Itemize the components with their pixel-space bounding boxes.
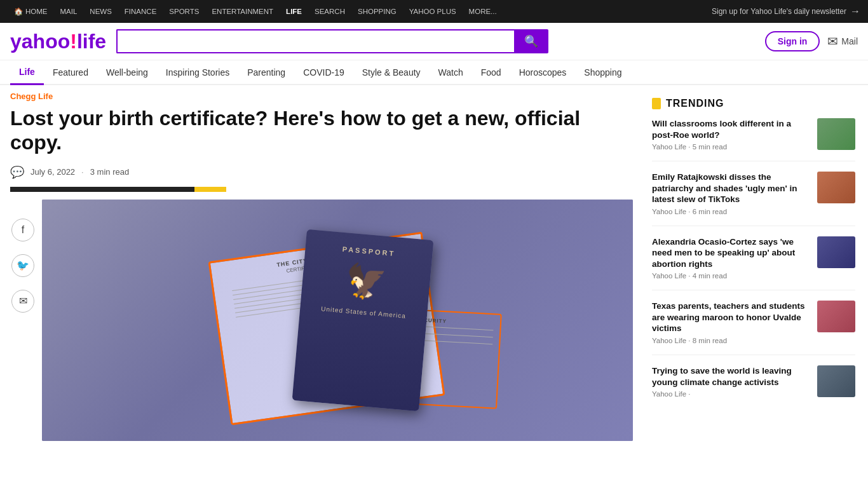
article-meta: 💬 July 6, 2022 · 3 min read xyxy=(10,165,633,179)
passport-graphic: THE CITY OF NEW YORK CERTIFICATION OF BI… xyxy=(42,200,633,441)
secondary-nav-style-beauty[interactable]: Style & Beauty xyxy=(353,61,430,84)
passport-label: PASSPORT xyxy=(342,245,395,257)
top-nav-sports[interactable]: SPORTS xyxy=(163,0,205,23)
passport-country: United States of America xyxy=(321,305,407,320)
trending-item-title[interactable]: Will classrooms look different in a post… xyxy=(652,118,811,140)
passport-eagle-icon: 🦅 xyxy=(344,261,388,302)
trending-item-title[interactable]: Texas parents, teachers and students are… xyxy=(652,301,811,334)
top-nav-mail[interactable]: MAIL xyxy=(54,0,84,23)
right-sidebar: TRENDING Will classrooms look different … xyxy=(652,92,855,441)
top-nav-home[interactable]: 🏠 HOME xyxy=(8,0,54,23)
sign-in-button[interactable]: Sign in xyxy=(765,31,820,51)
secondary-nav-shopping[interactable]: Shopping xyxy=(575,61,630,84)
article-title: Lost your birth certificate? Here's how … xyxy=(10,106,582,155)
secondary-nav-parenting[interactable]: Parenting xyxy=(238,61,294,84)
secondary-nav-inspiring-stories[interactable]: Inspiring Stories xyxy=(157,61,238,84)
top-nav-finance[interactable]: FINANCE xyxy=(118,0,163,23)
meta-separator: · xyxy=(81,167,84,177)
trending-item: Trying to save the world is leaving youn… xyxy=(652,365,855,408)
search-bar: 🔍 xyxy=(116,29,548,53)
secondary-nav-life[interactable]: Life xyxy=(10,60,44,85)
trending-text: Alexandria Ocasio-Cortez says 'we need m… xyxy=(652,236,811,280)
trending-icon xyxy=(652,98,661,109)
ad-black-bar xyxy=(10,187,194,192)
ad-banner xyxy=(10,187,633,192)
secondary-nav-watch[interactable]: Watch xyxy=(430,61,472,84)
top-nav-search[interactable]: SEARCH xyxy=(308,0,351,23)
comment-icon[interactable]: 💬 xyxy=(10,165,24,179)
trending-item-title[interactable]: Alexandria Ocasio-Cortez says 'we need m… xyxy=(652,236,811,270)
top-nav-more[interactable]: MORE... xyxy=(463,0,503,23)
trending-title: TRENDING xyxy=(666,98,724,109)
secondary-nav-covid19[interactable]: COVID-19 xyxy=(294,61,353,84)
search-icon: 🔍 xyxy=(524,35,538,48)
top-navigation: 🏠 HOME MAIL NEWS FINANCE SPORTS ENTERTAI… xyxy=(0,0,868,23)
trending-item: Alexandria Ocasio-Cortez says 'we need m… xyxy=(652,236,855,291)
mail-icon: ✉ xyxy=(827,34,838,49)
header-right: Sign in ✉ Mail xyxy=(765,31,858,51)
trending-text: Will classrooms look different in a post… xyxy=(652,118,811,151)
trending-item-meta: Yahoo Life · xyxy=(652,390,811,398)
trending-item-thumbnail xyxy=(817,301,855,332)
top-nav-links: 🏠 HOME MAIL NEWS FINANCE SPORTS ENTERTAI… xyxy=(8,0,503,23)
top-nav-life[interactable]: LIFE xyxy=(280,0,308,23)
article-content-row: f 🐦 ✉ THE CITY OF NEW YORK CERTIFICATION… xyxy=(10,200,633,441)
passport-graphic-element: PASSPORT 🦅 United States of America xyxy=(292,229,434,411)
trending-item-thumbnail xyxy=(817,118,855,150)
home-icon: 🏠 xyxy=(14,7,23,16)
trending-item-meta: Yahoo Life · 6 min read xyxy=(652,208,811,215)
trending-item-meta: Yahoo Life · 4 min read xyxy=(652,272,811,280)
trending-item-thumbnail xyxy=(817,172,855,203)
article-date: July 6, 2022 xyxy=(31,167,75,177)
trending-item-title[interactable]: Trying to save the world is leaving youn… xyxy=(652,365,811,388)
newsletter-cta[interactable]: Sign up for Yahoo Life's daily newslette… xyxy=(712,6,860,17)
top-nav-yahoo-plus[interactable]: YAHOO PLUS xyxy=(403,0,463,23)
trending-item: Emily Ratajkowski disses the patriarchy … xyxy=(652,172,855,226)
trending-list: Will classrooms look different in a post… xyxy=(652,118,855,408)
article-area: Chegg Life Lost your birth certificate? … xyxy=(10,92,633,441)
main-content: Chegg Life Lost your birth certificate? … xyxy=(0,92,868,441)
ad-yellow-button[interactable] xyxy=(194,187,226,192)
trending-item-meta: Yahoo Life · 5 min read xyxy=(652,143,811,151)
email-share-button[interactable]: ✉ xyxy=(11,290,34,313)
secondary-nav-horoscopes[interactable]: Horoscopes xyxy=(510,61,576,84)
site-header: yahoo!life 🔍 Sign in ✉ Mail xyxy=(0,23,868,60)
arrow-icon: → xyxy=(850,6,860,17)
trending-item-thumbnail xyxy=(817,365,855,397)
article-read-time: 3 min read xyxy=(90,167,129,177)
trending-text: Trying to save the world is leaving youn… xyxy=(652,365,811,398)
top-nav-entertainment[interactable]: ENTERTAINMENT xyxy=(205,0,280,23)
twitter-share-button[interactable]: 🐦 xyxy=(11,254,34,277)
search-button[interactable]: 🔍 xyxy=(514,29,548,53)
trending-item: Will classrooms look different in a post… xyxy=(652,118,855,161)
trending-text: Texas parents, teachers and students are… xyxy=(652,301,811,344)
secondary-nav-well-being[interactable]: Well-being xyxy=(97,61,157,84)
trending-item: Texas parents, teachers and students are… xyxy=(652,301,855,355)
logo-exclamation: ! xyxy=(70,30,77,53)
social-sidebar: f 🐦 ✉ xyxy=(10,200,42,441)
trending-header: TRENDING xyxy=(652,98,855,109)
site-logo[interactable]: yahoo!life xyxy=(10,30,106,53)
mail-link[interactable]: ✉ Mail xyxy=(827,34,858,49)
article-hero-image: THE CITY OF NEW YORK CERTIFICATION OF BI… xyxy=(42,200,633,441)
facebook-share-button[interactable]: f xyxy=(11,219,34,241)
secondary-nav-food[interactable]: Food xyxy=(472,61,510,84)
secondary-navigation: Life Featured Well-being Inspiring Stori… xyxy=(0,60,868,85)
top-nav-news[interactable]: NEWS xyxy=(83,0,118,23)
search-input[interactable] xyxy=(116,29,514,53)
trending-item-meta: Yahoo Life · 8 min read xyxy=(652,337,811,344)
top-nav-shopping[interactable]: SHOPPING xyxy=(351,0,403,23)
secondary-nav-featured[interactable]: Featured xyxy=(44,61,97,84)
trending-text: Emily Ratajkowski disses the patriarchy … xyxy=(652,172,811,215)
trending-item-title[interactable]: Emily Ratajkowski disses the patriarchy … xyxy=(652,172,811,205)
trending-item-thumbnail xyxy=(817,236,855,268)
sponsor-label[interactable]: Chegg Life xyxy=(10,92,633,101)
